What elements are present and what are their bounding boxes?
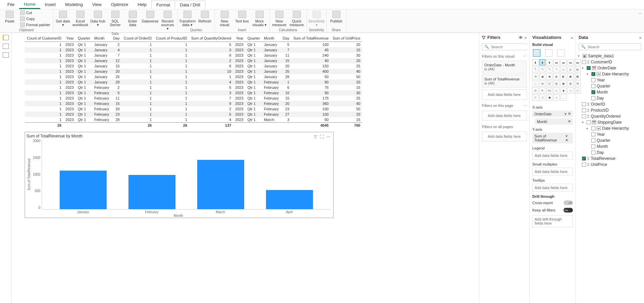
- table-row[interactable]: 12023Qtr 1January251112023Qtr 1January28…: [25, 74, 362, 79]
- viz-type[interactable]: ▥: [568, 80, 574, 86]
- viz-type[interactable]: ▬: [553, 59, 559, 65]
- table-row[interactable]: 12023Qtr 1January41132023Qtr 1January745…: [25, 47, 362, 53]
- tab-view[interactable]: View: [88, 1, 106, 8]
- build-tab-icon[interactable]: [533, 49, 540, 57]
- data-search-input[interactable]: [588, 45, 639, 49]
- tab-insert[interactable]: Insert: [40, 1, 61, 8]
- table-row[interactable]: 12023Qtr 1February151192023Qtr 1February…: [25, 101, 362, 106]
- ellipsis-icon[interactable]: ⋯: [523, 104, 527, 108]
- collapse-viz-icon[interactable]: »: [571, 36, 573, 40]
- table-row[interactable]: 12023Qtr 1February51132023Qtr 1February1…: [25, 90, 362, 96]
- viz-type[interactable]: ⊟: [532, 87, 538, 94]
- table-row[interactable]: 12023Qtr 1January21152023Qtr 1January510…: [25, 42, 362, 48]
- field-sd-month[interactable]: Month: [577, 143, 643, 149]
- viz-type[interactable]: ▮: [532, 59, 538, 65]
- table-row[interactable]: 12023Qtr 1January71182023Qtr 1January112…: [25, 53, 362, 58]
- viz-type[interactable]: ◧: [560, 73, 567, 79]
- col-header[interactable]: Count of CustomerID: [25, 35, 63, 42]
- quick-measure-button[interactable]: Quick measure: [288, 10, 305, 27]
- viz-type[interactable]: …: [560, 95, 567, 101]
- collapse-data-icon[interactable]: »: [639, 36, 641, 40]
- filter-card-totalrevenue[interactable]: Sum of TotalRevenue is (All): [482, 75, 527, 87]
- report-canvas[interactable]: Count of CustomerIDYearQuarterMonthDayCo…: [11, 33, 479, 303]
- filter-card-orderdate[interactable]: OrderDate - Month is (All): [482, 61, 527, 73]
- field-orderid[interactable]: ΣOrderID: [577, 101, 643, 107]
- field-od-quarter[interactable]: Quarter: [577, 83, 643, 89]
- tooltips-drop[interactable]: Add data fields here: [532, 184, 573, 192]
- tab-file[interactable]: File: [3, 1, 19, 8]
- viz-type[interactable]: ▤: [553, 80, 559, 86]
- viz-type[interactable]: ▣: [560, 80, 567, 86]
- viz-type[interactable]: R: [539, 87, 545, 94]
- keep-filters-toggle[interactable]: On: [564, 208, 573, 213]
- table-row[interactable]: 12023Qtr 1February21152023Qtr 1February6…: [25, 85, 362, 90]
- ribbon-collapse-icon[interactable]: ︿: [639, 11, 642, 15]
- col-header[interactable]: Quarter: [246, 35, 262, 42]
- viz-type[interactable]: 〽: [532, 66, 538, 72]
- tab-home[interactable]: Home: [19, 0, 40, 9]
- ellipsis-icon[interactable]: ⋯: [523, 54, 527, 59]
- tab-help[interactable]: Help: [133, 1, 151, 8]
- bar-chart-visual[interactable]: Sum of TotalRevenue by Month ▽ ⛶ ⋯ Sum o…: [25, 132, 333, 218]
- analytics-tab-icon[interactable]: [557, 49, 565, 57]
- viz-type[interactable]: ▮: [546, 59, 552, 65]
- collapse-filters-icon[interactable]: »: [525, 36, 527, 40]
- refresh-button[interactable]: Refresh: [197, 10, 213, 24]
- table-visual[interactable]: Count of CustomerIDYearQuarterMonthDayCo…: [25, 35, 333, 128]
- paste-button[interactable]: Paste: [1, 10, 18, 24]
- filters-search[interactable]: 🔍: [482, 43, 527, 50]
- viz-type[interactable]: ◉: [546, 73, 552, 79]
- viz-type[interactable]: ◍: [539, 80, 545, 86]
- table-row[interactable]: 12023Qtr 1February231152023Qtr 1February…: [25, 112, 362, 117]
- data-search[interactable]: 🔍: [579, 43, 641, 50]
- table-row[interactable]: 12023Qtr 1January281142023Qtr 1February1…: [25, 79, 362, 85]
- viz-type[interactable]: ◫: [568, 66, 574, 72]
- table-row[interactable]: 12023Qtr 1February201122023Qtr 1February…: [25, 106, 362, 112]
- col-header[interactable]: Count of ProductID: [154, 35, 189, 42]
- col-header[interactable]: Month: [262, 35, 281, 42]
- bar[interactable]: [128, 175, 175, 209]
- transform-data-button[interactable]: Transform data ▾: [179, 10, 196, 27]
- cross-report-toggle[interactable]: Off: [564, 200, 573, 205]
- tab-format[interactable]: Format: [151, 1, 175, 9]
- col-header[interactable]: Sum of QuantityOrdered: [189, 35, 233, 42]
- viz-type[interactable]: 〽: [546, 66, 552, 72]
- dataverse-button[interactable]: Dataverse: [142, 10, 159, 24]
- table-node[interactable]: ▾▦Sample_data1: [577, 53, 643, 59]
- field-od-day[interactable]: Day: [577, 95, 643, 101]
- viz-type[interactable]: ▭: [553, 87, 559, 94]
- viz-type[interactable]: ◆: [560, 87, 567, 94]
- xaxis-field[interactable]: OrderDate∨ ✕: [532, 111, 573, 117]
- table-row[interactable]: 12023Qtr 1January151162023Qtr 1January20…: [25, 63, 362, 69]
- copy-button[interactable]: Copy: [19, 16, 52, 21]
- viz-type[interactable]: Py: [546, 87, 552, 94]
- viz-type[interactable]: ▬: [568, 59, 574, 65]
- viz-type[interactable]: ◫: [546, 80, 552, 86]
- viz-type[interactable]: ◇: [568, 87, 574, 94]
- drill-through-drop[interactable]: Add drill-through fields here: [532, 215, 573, 227]
- filter-icon[interactable]: ▽: [314, 134, 317, 139]
- viz-type[interactable]: ◐: [553, 73, 559, 79]
- viz-type[interactable]: ▬: [560, 59, 567, 65]
- table-row[interactable]: 12023Qtr 1January2011102023Qtr 1January2…: [25, 69, 362, 74]
- field-sd-year[interactable]: Year: [577, 131, 643, 137]
- format-tab-icon[interactable]: [545, 49, 552, 57]
- bar[interactable]: [60, 171, 107, 209]
- legend-drop[interactable]: Add data fields here: [532, 152, 573, 160]
- add-all-filter[interactable]: Add data fields here: [482, 131, 527, 141]
- col-header[interactable]: Sum of UnitPrice: [331, 35, 363, 42]
- yaxis-field[interactable]: Sum of TotalRevenue∨ ✕: [532, 133, 573, 143]
- focus-icon[interactable]: ⛶: [320, 134, 324, 139]
- viz-type[interactable]: ⬢: [546, 95, 552, 101]
- tab-optimize[interactable]: Optimize: [106, 1, 133, 8]
- col-header[interactable]: Day: [281, 35, 291, 42]
- field-productid[interactable]: ΣProductID: [577, 107, 643, 113]
- report-view-icon[interactable]: [3, 35, 9, 40]
- field-sd-quarter[interactable]: Quarter: [577, 137, 643, 143]
- recent-sources-button[interactable]: Recent sources ▾: [159, 10, 176, 31]
- data-hub-button[interactable]: Data hub ▾: [90, 10, 106, 27]
- viz-type[interactable]: ⬡: [539, 95, 545, 101]
- col-header[interactable]: Count of OrderID: [122, 35, 154, 42]
- bar[interactable]: [197, 160, 244, 209]
- publish-button[interactable]: Publish: [328, 10, 345, 24]
